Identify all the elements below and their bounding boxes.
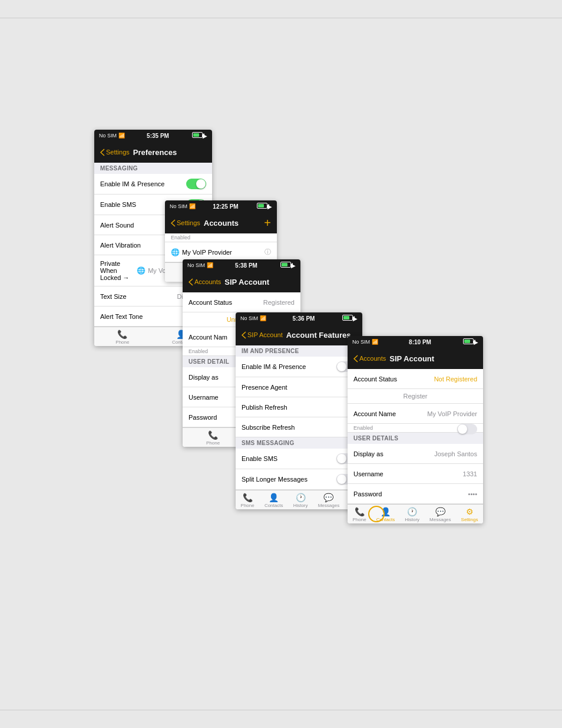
status-bar-1: No SIM 📶 5:35 PM ▶ xyxy=(94,130,212,141)
tab-messages-5[interactable]: 💬 Messages xyxy=(429,507,451,522)
tab-contacts-4[interactable]: 👤 Contacts xyxy=(265,493,283,508)
contacts-icon-5: 👤 xyxy=(381,507,391,516)
tab-phone-4[interactable]: 📞 Phone xyxy=(241,493,254,508)
nav-title-3: SIP Account xyxy=(224,278,269,286)
page-wrapper: No SIM 📶 5:35 PM ▶ Settings Preferences … xyxy=(0,0,562,728)
tab-contacts-5[interactable]: 👤 Contacts xyxy=(376,507,395,522)
phone-icon-5: 📞 xyxy=(355,507,365,516)
section-im-4: IM AND PRESENCE xyxy=(236,345,362,357)
row-account-status-5: Account Status Not Registered xyxy=(348,369,483,389)
messages-icon-5: 💬 xyxy=(435,507,445,516)
carrier-signal-3: No SIM 📶 xyxy=(187,262,213,268)
status-bar-5: No SIM 📶 8:10 PM ▶ xyxy=(348,336,483,348)
nav-bar-2: Settings Accounts + xyxy=(165,212,277,233)
nav-bar-3: Accounts SIP Account xyxy=(183,271,300,292)
carrier-signal-5: No SIM 📶 xyxy=(352,339,378,345)
time-5: 8:10 PM xyxy=(409,339,431,345)
nav-bar-1: Settings Preferences xyxy=(94,141,212,163)
phone-icon-4: 📞 xyxy=(243,493,253,502)
wifi-icon-1: 📶 xyxy=(118,133,125,139)
back-button-5[interactable]: Accounts xyxy=(353,355,386,363)
divider-bottom xyxy=(0,710,562,710)
wifi-icon-4: 📶 xyxy=(260,315,266,321)
wifi-icon-2: 📶 xyxy=(189,203,196,209)
battery-3: ▶ xyxy=(279,262,296,269)
enabled-5: Enabled xyxy=(348,424,483,433)
phone-icon-3: 📞 xyxy=(208,430,218,440)
row-presence-agent-4[interactable]: Presence Agent xyxy=(236,377,362,397)
tab-phone-3[interactable]: 📞 Phone xyxy=(206,430,220,446)
history-icon-5: 🕐 xyxy=(407,507,417,516)
tab-history-5[interactable]: 🕐 History xyxy=(405,507,419,522)
tab-messages-4[interactable]: 💬 Messages xyxy=(318,493,339,508)
carrier-signal-2: No SIM 📶 xyxy=(170,203,196,209)
row-publish-refresh-4[interactable]: Publish Refresh 90 xyxy=(236,397,362,417)
battery-4: ▶ xyxy=(341,315,358,322)
wifi-icon-5: 📶 xyxy=(372,339,378,345)
screen-sip-not-registered: No SIM 📶 8:10 PM ▶ Accounts SIP Account … xyxy=(348,336,483,523)
carrier-3: No SIM xyxy=(187,262,205,268)
tab-bar-5: 📞 Phone 👤 Contacts 🕐 History 💬 Messages … xyxy=(348,504,483,523)
row-username-5: Username 1331 xyxy=(348,464,483,484)
tab-phone-1[interactable]: 📞 Phone xyxy=(115,330,129,345)
row-enable-im-4: Enable IM & Presence xyxy=(236,357,362,377)
carrier-2: No SIM xyxy=(170,203,187,209)
carrier-4: No SIM xyxy=(240,315,258,321)
carrier-5: No SIM xyxy=(352,339,370,345)
globe-icon: 🌐 xyxy=(137,266,146,275)
nav-title-4: Account Features xyxy=(286,331,351,340)
info-icon-2[interactable]: ⓘ xyxy=(265,248,271,256)
carrier-1: No SIM xyxy=(99,133,117,139)
messages-icon-4: 💬 xyxy=(323,493,333,502)
time-1: 5:35 PM xyxy=(147,133,169,139)
battery-1: ▶ xyxy=(191,132,207,139)
time-3: 5:38 PM xyxy=(235,262,257,269)
row-split-messages-4: Split Longer Messages xyxy=(236,469,362,490)
toggle-enabled-5[interactable] xyxy=(457,424,477,434)
battery-5: ▶ xyxy=(462,338,478,345)
row-password-5: Password •••• xyxy=(348,484,483,504)
battery-2: ▶ xyxy=(256,203,272,210)
nav-bar-4: SIP Account Account Features xyxy=(236,324,362,345)
register-button[interactable]: Register xyxy=(348,389,483,404)
wifi-icon-3: 📶 xyxy=(207,262,213,268)
carrier-signal-1: No SIM 📶 xyxy=(99,133,125,139)
status-bar-3: No SIM 📶 5:38 PM ▶ xyxy=(183,259,300,271)
status-bar-2: No SIM 📶 12:25 PM ▶ xyxy=(165,200,277,212)
tab-bar-4: 📞 Phone 👤 Contacts 🕐 History 💬 Messages … xyxy=(236,490,362,509)
carrier-signal-4: No SIM 📶 xyxy=(240,315,266,321)
row-enable-sms-4: Enable SMS xyxy=(236,449,362,469)
back-button-3[interactable]: Accounts xyxy=(189,278,221,286)
row-account-status-3: Account Status Registered xyxy=(183,292,300,312)
section-messaging-1: MESSAGING xyxy=(94,163,212,174)
add-account-button[interactable]: + xyxy=(264,216,271,230)
back-button-2[interactable]: Settings xyxy=(171,219,200,227)
screen-account-features: No SIM 📶 5:36 PM ▶ SIP Account Account F… xyxy=(236,312,362,509)
toggle-enable-im[interactable] xyxy=(186,179,206,189)
phone-icon-1: 📞 xyxy=(117,330,127,339)
section-sms-4: SMS MESSAGING xyxy=(236,437,362,449)
tab-phone-5[interactable]: 📞 Phone xyxy=(353,507,366,522)
tab-settings-5[interactable]: ⚙ Settings xyxy=(461,507,478,522)
settings-icon-5: ⚙ xyxy=(466,507,474,516)
nav-title-5: SIP Account xyxy=(389,354,434,363)
enabled-badge-2: Enabled xyxy=(165,233,277,242)
globe-icon-2: 🌐 xyxy=(171,248,180,256)
status-bar-4: No SIM 📶 5:36 PM ▶ xyxy=(236,312,362,324)
tab-history-4[interactable]: 🕐 History xyxy=(293,493,308,508)
back-button-4[interactable]: SIP Account xyxy=(242,331,283,339)
history-icon-4: 🕐 xyxy=(296,493,306,502)
nav-title-2: Accounts xyxy=(204,219,239,228)
back-button-1[interactable]: Settings xyxy=(100,149,130,156)
divider-top xyxy=(0,18,562,18)
row-enable-im: Enable IM & Presence xyxy=(94,174,212,195)
time-2: 12:25 PM xyxy=(213,203,238,210)
row-display-as-5: Display as Joseph Santos xyxy=(348,444,483,464)
time-4: 5:36 PM xyxy=(293,315,315,322)
row-subscribe-refresh-4[interactable]: Subscribe Refresh 90 xyxy=(236,417,362,437)
nav-title-1: Preferences xyxy=(133,148,177,157)
nav-bar-5: Accounts SIP Account xyxy=(348,348,483,369)
row-account-name-5: Account Name My VoIP Provider xyxy=(348,404,483,424)
contacts-icon-4: 👤 xyxy=(269,493,279,502)
